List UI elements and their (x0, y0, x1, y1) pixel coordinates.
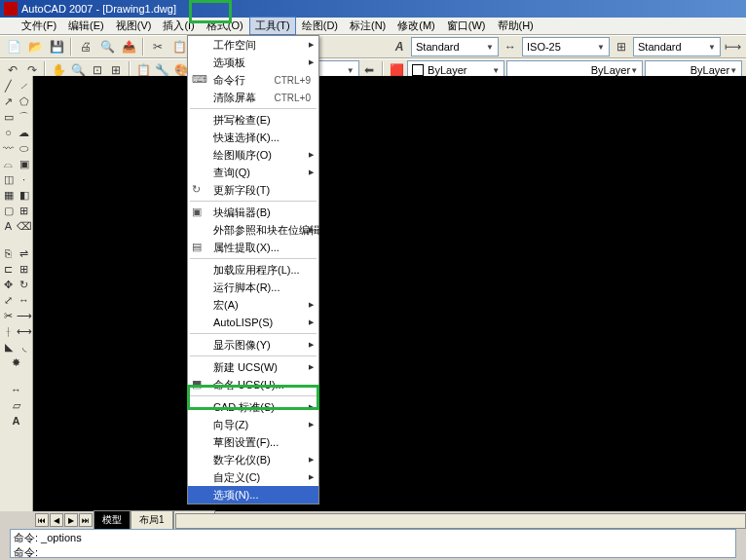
menu-cadstandards[interactable]: CAD 标准(S) (188, 398, 318, 416)
menu-newucs[interactable]: 新建 UCS(W) (188, 358, 318, 376)
insert-icon[interactable]: ▣ (17, 156, 32, 171)
erase-icon[interactable]: ⌫ (17, 218, 32, 234)
menu-draw[interactable]: 绘图(D) (296, 17, 344, 35)
cut-icon[interactable]: ✂ (148, 37, 168, 56)
pline-icon[interactable]: ↗ (1, 93, 17, 109)
menu-workspace[interactable]: 工作空间 (188, 36, 318, 54)
copy-icon[interactable]: 📋 (169, 37, 189, 56)
tab-prev-icon[interactable]: ◀ (50, 513, 63, 527)
print-icon[interactable]: 🖨 (76, 37, 95, 56)
menu-xref[interactable]: 外部参照和块在位编辑 (188, 221, 318, 239)
polygon-icon[interactable]: ⬠ (17, 93, 32, 109)
menu-namedu cs[interactable]: ⬒命名 UCS(U)... (188, 376, 318, 393)
point-icon[interactable]: · (17, 171, 32, 187)
menu-displayimage[interactable]: 显示图像(Y) (188, 336, 318, 354)
menu-view[interactable]: 视图(V) (110, 17, 158, 35)
offset-icon[interactable]: ⊏ (1, 261, 17, 277)
menu-spellcheck[interactable]: 拼写检查(E) (188, 111, 318, 129)
drawing-canvas[interactable] (33, 76, 746, 511)
style-a-icon[interactable]: A (390, 37, 409, 56)
dim-icon[interactable]: ⟼ (723, 37, 742, 56)
menu-dim[interactable]: 标注(N) (344, 17, 392, 35)
menu-loadapp[interactable]: 加载应用程序(L)... (188, 261, 318, 279)
line-icon[interactable]: ╱ (1, 78, 17, 93)
menu-format[interactable]: 格式(O) (201, 17, 249, 35)
menu-quickselect[interactable]: 快速选择(K)... (188, 129, 318, 146)
dim-style-icon[interactable]: ↔ (501, 37, 520, 56)
menu-updatefields[interactable]: ↻更新字段(T) (188, 181, 318, 199)
preview-icon[interactable]: 🔍 (97, 37, 117, 56)
menu-draftsettings[interactable]: 草图设置(F)... (188, 433, 318, 451)
menu-help[interactable]: 帮助(H) (492, 17, 540, 35)
spline-icon[interactable]: 〰 (1, 140, 17, 156)
menu-runscript[interactable]: 运行脚本(R)... (188, 279, 318, 296)
table-style-combo[interactable]: Standard▼ (633, 37, 721, 56)
menu-tablet[interactable]: 数字化仪(B) (188, 451, 318, 468)
menu-commandline[interactable]: ⌨命令行CTRL+9 (188, 71, 318, 89)
rect-icon[interactable]: ▭ (1, 109, 17, 125)
menu-insert[interactable]: 插入(I) (157, 17, 200, 35)
tab-next-icon[interactable]: ▶ (64, 513, 78, 527)
menu-modify[interactable]: 修改(M) (392, 17, 441, 35)
join-icon[interactable]: ⟷ (17, 323, 32, 339)
menu-customize[interactable]: 自定义(C) (188, 468, 318, 486)
dim-style-combo[interactable]: ISO-25▼ (522, 37, 610, 56)
command-line[interactable]: 命令: _options 命令: (10, 529, 736, 558)
xline-icon[interactable]: ⟋ (17, 78, 32, 93)
menu-tools[interactable]: 工具(T) (249, 17, 296, 35)
text-style-combo[interactable]: Standard▼ (411, 37, 499, 56)
scale-icon[interactable]: ⤢ (1, 292, 17, 308)
menu-wizard[interactable]: 向导(Z) (188, 416, 318, 433)
array-icon[interactable]: ⊞ (17, 261, 32, 277)
save-icon[interactable]: 💾 (47, 37, 66, 56)
revcloud-icon[interactable]: ☁ (17, 125, 32, 140)
dist-icon[interactable]: ↔ (9, 382, 24, 397)
fillet-icon[interactable]: ◟ (17, 339, 32, 355)
menu-inquiry[interactable]: 查询(Q) (188, 164, 318, 181)
menu-blockeditor[interactable]: ▣块编辑器(B) (188, 204, 318, 221)
menu-bar[interactable]: 文件(F) 编辑(E) 视图(V) 插入(I) 格式(O) 工具(T) 绘图(D… (0, 18, 746, 35)
tab-model[interactable]: 模型 (93, 510, 131, 530)
menu-options[interactable]: 选项(N)... (188, 486, 318, 504)
menu-autolisp[interactable]: AutoLISP(S) (188, 314, 318, 331)
menu-palettes[interactable]: 选项板 (188, 54, 318, 71)
menu-draworder[interactable]: 绘图顺序(O) (188, 146, 318, 164)
menu-macro[interactable]: 宏(A) (188, 296, 318, 314)
text-tool-icon[interactable]: A (9, 413, 24, 429)
rotate-icon[interactable]: ↻ (17, 277, 32, 292)
extend-icon[interactable]: ⟶ (17, 308, 32, 323)
tab-last-icon[interactable]: ⏭ (79, 513, 93, 527)
table-style-icon[interactable]: ⊞ (612, 37, 631, 56)
region-icon[interactable]: ▢ (1, 203, 17, 218)
move-icon[interactable]: ✥ (1, 277, 17, 292)
publish-icon[interactable]: 📤 (119, 37, 138, 56)
mirror-tool-icon[interactable]: ⇌ (17, 245, 32, 261)
ellarc-icon[interactable]: ⌓ (1, 156, 17, 171)
table-icon[interactable]: ⊞ (17, 203, 32, 218)
mtext-icon[interactable]: A (1, 218, 17, 234)
ellipse-icon[interactable]: ⬭ (17, 140, 32, 156)
hatch-icon[interactable]: ▦ (1, 187, 17, 203)
arc-icon[interactable]: ⌒ (17, 109, 32, 125)
explode-icon[interactable]: ✸ (9, 355, 24, 370)
chamfer-icon[interactable]: ◣ (1, 339, 17, 355)
new-icon[interactable]: 📄 (4, 37, 23, 56)
menu-edit[interactable]: 编辑(E) (62, 17, 110, 35)
menu-window[interactable]: 窗口(W) (441, 17, 492, 35)
block-icon[interactable]: ◫ (1, 171, 17, 187)
tab-layout1[interactable]: 布局1 (131, 510, 173, 530)
trim-icon[interactable]: ✂ (1, 308, 17, 323)
menu-attrextract[interactable]: ▤属性提取(X)... (188, 239, 318, 256)
menu-file[interactable]: 文件(F) (16, 17, 62, 35)
tab-first-icon[interactable]: ⏮ (35, 513, 49, 527)
horizontal-scrollbar[interactable] (175, 513, 746, 529)
open-icon[interactable]: 📂 (25, 37, 45, 56)
copy-tool-icon[interactable]: ⎘ (1, 245, 17, 261)
area-icon[interactable]: ▱ (9, 397, 24, 413)
menu-separator (190, 395, 317, 396)
stretch-icon[interactable]: ↔ (17, 292, 32, 308)
circle-icon[interactable]: ○ (1, 125, 17, 140)
break-icon[interactable]: ⟊ (1, 323, 17, 339)
gradient-icon[interactable]: ◧ (17, 187, 32, 203)
menu-cleanscreen[interactable]: 清除屏幕CTRL+0 (188, 89, 318, 106)
